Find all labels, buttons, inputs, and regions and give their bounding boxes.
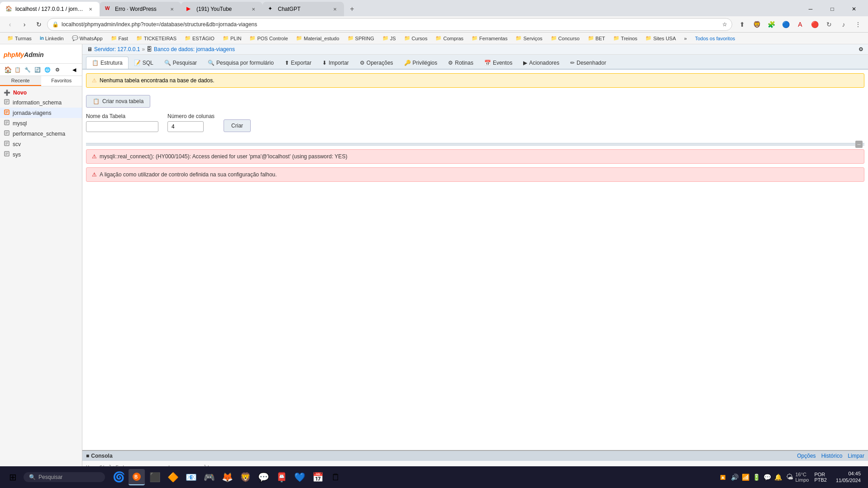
create-table-btn[interactable]: 📋 Criar nova tabela — [86, 95, 150, 108]
bookmark-concurso[interactable]: 📁 Concurso — [547, 34, 583, 42]
bookmark-ferramentas[interactable]: 📁 Ferramentas — [468, 34, 511, 42]
columns-input[interactable] — [167, 121, 204, 132]
taskbar-browser-icon[interactable]: B — [129, 469, 145, 485]
acrobat-icon[interactable]: A — [794, 18, 806, 31]
db-performance-schema[interactable]: performance_schema — [0, 128, 82, 139]
bookmark-estagio[interactable]: 📁 ESTÁGIO — [181, 34, 218, 42]
tray-chat-icon[interactable]: 💬 — [763, 473, 772, 482]
taskbar-firefox-icon[interactable]: 🦊 — [219, 469, 235, 485]
bookmark-bet[interactable]: 📁 BET — [584, 34, 609, 42]
close-btn[interactable]: ✕ — [844, 2, 864, 16]
tab-favoritos[interactable]: Favoritos — [41, 76, 82, 86]
update-icon[interactable]: ↻ — [823, 18, 835, 31]
table-name-input[interactable] — [86, 121, 158, 132]
database-link[interactable]: Banco de dados: jornada-viagens — [154, 46, 235, 52]
bookmark-turmas[interactable]: 📁 Turmas — [4, 34, 35, 42]
language-indicator[interactable]: POR PTB2 — [812, 472, 829, 483]
breadcrumb-server[interactable]: 🖥 Servidor: 127.0.0.1 — [87, 46, 140, 52]
back-btn[interactable]: ‹ — [4, 18, 16, 31]
inactive-tab-4[interactable]: ✦ ChatGPT ✕ — [262, 2, 344, 16]
forward-btn[interactable]: › — [18, 18, 31, 31]
db-jornada-viagens[interactable]: jornada-viagens — [0, 108, 82, 118]
bookmark-star-icon[interactable]: ☆ — [722, 21, 727, 28]
tab-desenhador[interactable]: ✏ Desenhador — [565, 57, 611, 69]
sync-icon[interactable]: 🔵 — [779, 18, 792, 31]
taskbar-search[interactable]: 🔍 Pesquisar — [24, 472, 105, 482]
db-scv[interactable]: scv — [0, 139, 82, 149]
gear-icon[interactable]: ⚙ — [53, 66, 62, 74]
bookmarks-overflow-btn[interactable]: » — [681, 35, 691, 42]
taskbar-apps-icon[interactable]: 🔶 — [165, 469, 181, 485]
taskbar-mail-icon[interactable]: 📧 — [183, 469, 199, 485]
tab-rotinas[interactable]: ⚙ Rotinas — [443, 57, 479, 69]
all-favorites-btn[interactable]: Todos os favoritos — [692, 35, 739, 42]
console-limpar-btn[interactable]: Limpar — [848, 453, 864, 459]
extension2-icon[interactable]: 🔴 — [808, 18, 821, 31]
console-historico-btn[interactable]: Histórico — [821, 453, 843, 459]
bookmark-linkedin[interactable]: in Linkedin — [36, 35, 67, 42]
menu-btn[interactable]: ⋮ — [852, 18, 864, 31]
refresh-sidebar-icon[interactable]: 🔄 — [33, 66, 42, 74]
minimize-btn[interactable]: ─ — [800, 2, 821, 16]
settings-sidebar-icon[interactable]: 🔧 — [24, 66, 32, 74]
share-btn[interactable]: ⬆ — [736, 18, 749, 31]
system-clock[interactable]: 04:45 11/05/2024 — [832, 470, 864, 484]
inactive-tab-3[interactable]: ▶ (191) YouTube ✕ — [181, 2, 262, 16]
taskbar-cortana-icon[interactable]: 🌀 — [110, 469, 127, 485]
taskbar-calendar-icon[interactable]: 📅 — [310, 469, 326, 485]
tab-pesquisa-formulario[interactable]: 🔍 Pesquisa por formulário — [202, 57, 279, 69]
tab-close-btn[interactable]: ✕ — [87, 5, 94, 13]
tab4-close-btn[interactable]: ✕ — [331, 5, 339, 13]
tab3-close-btn[interactable]: ✕ — [250, 5, 257, 13]
bookmark-ticketeiras[interactable]: 📁 TICKETEIRAS — [133, 34, 180, 42]
taskbar-vscode-icon[interactable]: 💙 — [291, 469, 308, 485]
bookmark-servicos[interactable]: 📁 Serviços — [512, 34, 546, 42]
tray-wifi-icon[interactable]: 📶 — [741, 473, 750, 482]
start-button[interactable]: ⊞ — [4, 468, 22, 486]
address-bar[interactable]: 🔒 localhost/phpmyadmin/index.php?route=/… — [47, 18, 732, 31]
tab-importar[interactable]: ⬇ Importar — [317, 57, 354, 69]
tab-exportar[interactable]: ⬆ Exportar — [279, 57, 317, 69]
taskbar-notes-icon[interactable]: 🗒 — [328, 469, 344, 485]
tab2-close-btn[interactable]: ✕ — [168, 5, 176, 13]
taskbar-brave-icon[interactable]: 🦁 — [237, 469, 253, 485]
tab-operacoes[interactable]: ⚙ Operações — [354, 57, 399, 69]
bookmark-spring[interactable]: 📁 SPRING — [344, 34, 378, 42]
maximize-btn[interactable]: □ — [822, 2, 843, 16]
taskbar-whatsapp-icon[interactable]: 💬 — [255, 469, 272, 485]
db-mysql[interactable]: mysql — [0, 118, 82, 128]
reload-btn[interactable]: ↻ — [33, 18, 45, 31]
bookmark-fast[interactable]: 📁 Fast — [107, 34, 132, 42]
tab-acionadores[interactable]: ▶ Acionadores — [518, 57, 565, 69]
inactive-tab-2[interactable]: W Erro · WordPress ✕ — [100, 2, 181, 16]
criar-btn[interactable]: Criar — [224, 119, 251, 132]
new-tab-btn[interactable]: + — [346, 3, 358, 15]
weather-widget[interactable]: 🌤 16°C Limpo — [786, 472, 809, 483]
taskbar-discord-icon[interactable]: 🎮 — [201, 469, 217, 485]
music-icon[interactable]: ♪ — [837, 18, 850, 31]
taskbar-outlook-icon[interactable]: 📮 — [273, 469, 290, 485]
bookmark-js[interactable]: 📁 JS — [379, 34, 400, 42]
db-information-schema[interactable]: information_schema — [0, 97, 82, 108]
tab-pesquisar[interactable]: 🔍 Pesquisar — [159, 57, 202, 69]
server-link[interactable]: Servidor: 127.0.0.1 — [94, 46, 140, 52]
extensions-btn[interactable]: 🧩 — [765, 18, 777, 31]
bookmark-cursos[interactable]: 📁 Cursos — [401, 34, 431, 42]
settings-icon[interactable]: ⚙ — [858, 46, 863, 52]
tab-eventos[interactable]: 📅 Eventos — [479, 57, 518, 69]
tab-recente[interactable]: Recente — [0, 76, 41, 86]
tab-estrutura[interactable]: 📋 Estrutura — [86, 57, 129, 70]
bookmark-plin[interactable]: 📁 PLIN — [219, 34, 245, 42]
db-sys[interactable]: sys — [0, 149, 82, 160]
db-icon[interactable]: 📋 — [14, 66, 22, 74]
breadcrumb-database[interactable]: 🗄 Banco de dados: jornada-viagens — [147, 46, 235, 52]
tab-sql[interactable]: 📝 SQL — [129, 57, 159, 69]
bookmark-pos[interactable]: 📁 POS Controle — [246, 34, 291, 42]
tray-notification-icon[interactable]: 🔔 — [773, 473, 782, 482]
sys-tray-expand-btn[interactable]: 🔼 — [719, 474, 726, 481]
taskbar-terminal-icon[interactable]: ⬛ — [147, 469, 163, 485]
new-db-item[interactable]: ➕ Novo — [0, 88, 82, 97]
collapse-sidebar-icon[interactable]: ◀ — [70, 66, 78, 74]
tray-battery-icon[interactable]: 🔋 — [752, 473, 761, 482]
tab-privilegios[interactable]: 🔑 Privilégios — [399, 57, 443, 69]
